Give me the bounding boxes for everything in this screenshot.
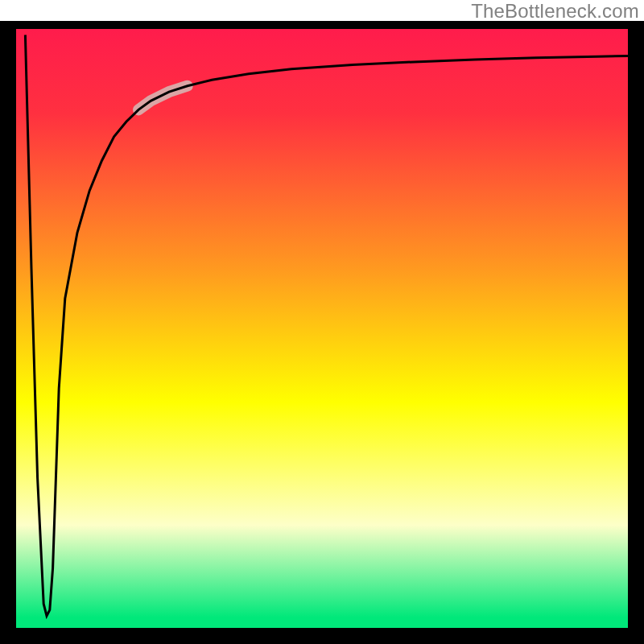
gradient-background — [8, 21, 636, 636]
bottleneck-chart — [0, 21, 644, 644]
attribution-label: TheBottleneck.com — [471, 0, 639, 23]
chart-container: TheBottleneck.com — [0, 0, 644, 644]
